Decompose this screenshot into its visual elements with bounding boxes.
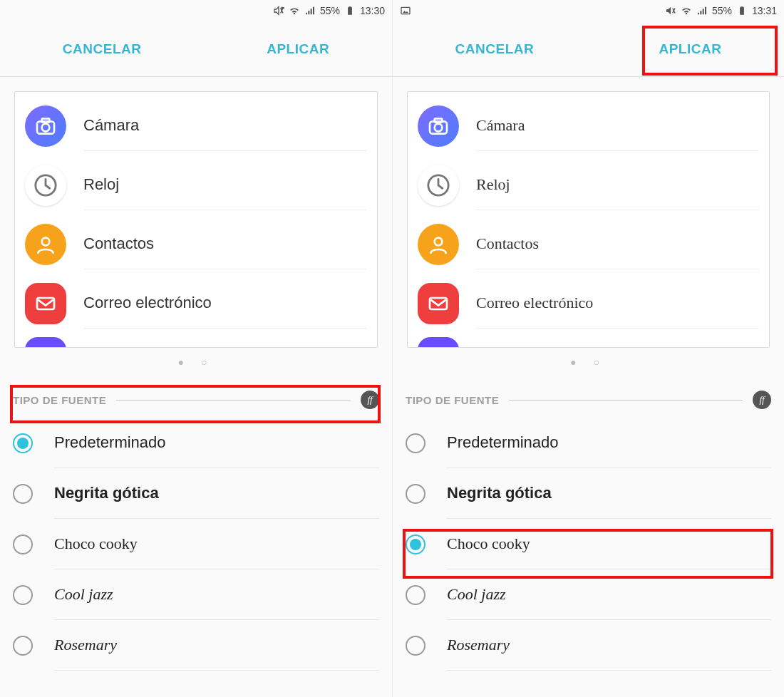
font-row-gothic[interactable]: Negrita gótica [0,468,392,519]
apply-button[interactable]: APLICAR [238,27,358,71]
svg-rect-6 [37,298,54,309]
battery-percent: 55% [712,5,732,16]
font-label: Cool jazz [447,569,771,620]
radio-gothic[interactable] [406,484,425,504]
app-label [83,337,367,348]
font-row-cooljazz[interactable]: Cool jazz [0,569,392,620]
app-row-camera: Cámara [408,96,769,155]
app-row-clock: Reloj [15,155,377,215]
radio-choco[interactable] [406,535,425,554]
app-label: Cámara [83,100,367,151]
font-list: PredeterminadoNegrita góticaChoco cookyC… [0,418,392,671]
section-header-font-type: TIPO DE FUENTE ff [0,382,392,418]
font-row-choco[interactable]: Choco cooky [0,519,392,569]
app-row-peek [408,333,769,348]
status-left-icons [400,5,411,16]
font-label: Negrita gótica [447,468,771,519]
email-icon [25,283,66,324]
image-icon [400,5,411,16]
app-label: Reloj [476,160,759,210]
font-row-rosemary[interactable]: Rosemary [0,620,392,671]
page-indicator: ● ○ [0,348,392,376]
radio-cooljazz[interactable] [406,585,425,605]
section-title: TIPO DE FUENTE [406,394,499,406]
radio-gothic[interactable] [13,484,33,504]
apply-button[interactable]: APLICAR [630,27,750,71]
app-label: Contactos [83,219,367,269]
signal-icon [304,5,316,16]
section-divider [116,400,351,401]
app-row-email: Correo electrónico [15,274,377,333]
font-list: PredeterminadoNegrita góticaChoco cookyC… [393,418,784,671]
font-label: Cool jazz [54,569,379,620]
app-row-camera: Cámara [15,96,377,155]
app-row-email: Correo electrónico [408,274,769,333]
toolbar: CANCELAR APLICAR [0,21,392,77]
font-preview-card: CámaraRelojContactosCorreo electrónico [14,91,378,348]
cancel-button[interactable]: CANCELAR [427,27,563,71]
font-row-rosemary[interactable]: Rosemary [393,620,784,671]
radio-default[interactable] [13,433,33,453]
clock-icon [418,165,459,206]
font-label: Choco cooky [54,519,379,569]
mute-icon [665,5,676,16]
app-label [476,337,759,348]
page-indicator: ● ○ [393,348,784,376]
battery-percent: 55% [320,5,340,16]
signal-icon [696,5,708,16]
battery-icon [344,5,356,16]
clock-icon [25,165,66,206]
font-row-default[interactable]: Predeterminado [0,418,392,468]
svg-rect-14 [430,298,447,309]
clock-text: 13:31 [752,5,777,16]
font-row-default[interactable]: Predeterminado [393,418,784,468]
font-preview-card: CámaraRelojContactosCorreo electrónico [407,91,770,348]
font-label: Rosemary [54,620,379,671]
app-label: Correo electrónico [83,278,367,329]
radio-cooljazz[interactable] [13,585,33,605]
section-header-font-type: TIPO DE FUENTE ff [393,382,784,418]
app-row-contacts: Contactos [15,215,377,274]
clock-text: 13:30 [360,5,385,16]
svg-rect-0 [349,11,351,14]
battery-icon [736,5,748,16]
svg-point-10 [435,123,443,131]
status-bar: 55% 13:31 [393,0,784,21]
wifi-icon [289,5,300,16]
wifi-icon [681,5,692,16]
radio-choco[interactable] [13,535,33,554]
app-row-contacts: Contactos [408,215,769,274]
mute-icon [273,5,284,16]
status-bar: 55% 13:30 [0,0,392,21]
app-label: Correo electrónico [476,278,759,329]
section-divider [509,400,743,401]
camera-icon [418,105,459,147]
peek-icon [25,337,66,348]
font-row-gothic[interactable]: Negrita gótica [393,468,784,519]
font-label: Choco cooky [447,519,771,569]
radio-default[interactable] [406,433,425,453]
peek-icon [418,337,459,348]
svg-rect-8 [741,11,743,14]
font-row-cooljazz[interactable]: Cool jazz [393,569,784,620]
toolbar: CANCELAR APLICAR [393,21,784,77]
flipfont-icon[interactable]: ff [753,391,771,409]
svg-point-5 [42,237,50,245]
contacts-icon [25,224,66,265]
app-label: Cámara [476,100,759,151]
svg-point-13 [435,237,443,245]
cancel-button[interactable]: CANCELAR [34,27,170,71]
radio-rosemary[interactable] [13,636,33,656]
font-row-choco[interactable]: Choco cooky [393,519,784,569]
svg-point-2 [42,123,50,131]
camera-icon [25,105,66,147]
font-label: Predeterminado [447,418,771,468]
preview-container: CámaraRelojContactosCorreo electrónico [393,77,784,348]
app-row-clock: Reloj [408,155,769,215]
app-label: Reloj [83,160,367,210]
preview-container: CámaraRelojContactosCorreo electrónico [0,77,392,348]
font-label: Negrita gótica [54,468,379,519]
flipfont-icon[interactable]: ff [361,391,379,409]
radio-rosemary[interactable] [406,636,425,656]
section-title: TIPO DE FUENTE [13,394,106,406]
